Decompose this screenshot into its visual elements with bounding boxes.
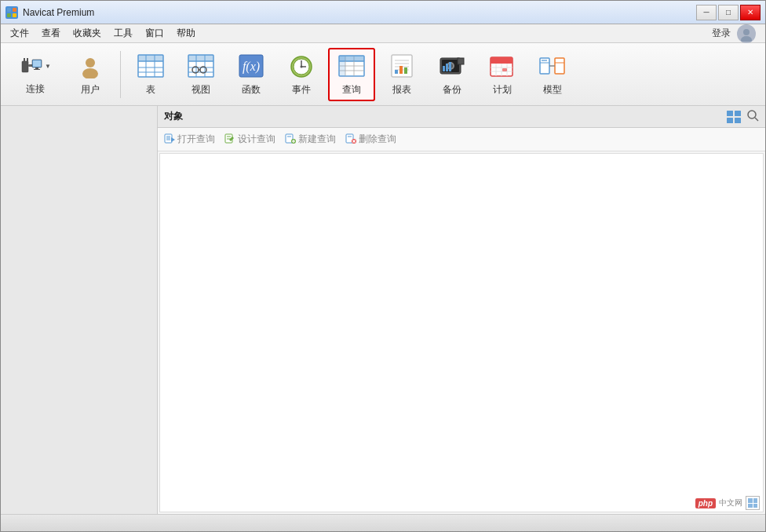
view-button[interactable]: 视图 <box>177 48 224 101</box>
window-title: Navicat Premium <box>23 7 696 18</box>
backup-label: 备份 <box>443 83 461 97</box>
table-label: 表 <box>146 83 155 97</box>
query-icon <box>337 53 366 80</box>
report-icon <box>388 52 416 80</box>
app-icon <box>5 6 18 19</box>
backup-button[interactable]: 备份 <box>429 48 476 101</box>
menu-tools[interactable]: 工具 <box>108 25 139 42</box>
close-button[interactable]: ✕ <box>740 5 761 20</box>
object-bar-icon[interactable] <box>726 110 742 124</box>
report-button[interactable]: 报表 <box>378 48 425 101</box>
function-button[interactable]: f(x) 函数 <box>228 48 275 101</box>
model-icon <box>538 52 567 80</box>
connect-label: 连接 <box>26 82 45 96</box>
svg-rect-62 <box>446 64 448 71</box>
menu-window[interactable]: 窗口 <box>139 25 170 42</box>
design-query-label: 设计查询 <box>238 133 275 146</box>
svg-rect-77 <box>555 58 564 74</box>
status-bar <box>1 514 765 531</box>
svg-rect-53 <box>395 70 398 74</box>
table-button[interactable]: 表 <box>127 48 174 101</box>
svg-point-4 <box>743 29 750 35</box>
login-area[interactable]: 登录 <box>712 24 762 43</box>
design-query-icon <box>224 133 235 146</box>
svg-rect-11 <box>33 60 41 67</box>
svg-rect-22 <box>138 55 163 61</box>
open-query-button[interactable]: 打开查询 <box>164 133 215 146</box>
svg-line-86 <box>755 118 758 121</box>
open-query-label: 打开查询 <box>177 133 215 146</box>
new-query-label: 新建查询 <box>298 133 336 146</box>
schedule-button[interactable]: 计划 <box>479 48 526 101</box>
view-icon <box>187 52 215 80</box>
grid-icon <box>746 496 760 510</box>
maximize-button[interactable]: □ <box>718 5 739 20</box>
minimize-button[interactable]: ─ <box>696 5 717 20</box>
svg-rect-54 <box>399 66 403 74</box>
query-button[interactable]: 查询 <box>328 48 375 101</box>
model-button[interactable]: 模型 <box>529 48 576 101</box>
toolbar: ▼ 连接 用户 <box>1 43 765 106</box>
design-query-button[interactable]: 设计查询 <box>224 133 275 146</box>
avatar <box>737 24 756 43</box>
delete-query-label: 删除查询 <box>359 133 396 146</box>
svg-rect-29 <box>188 55 213 61</box>
query-label: 查询 <box>342 83 361 97</box>
svg-rect-7 <box>24 58 25 62</box>
function-icon: f(x) <box>237 52 265 80</box>
svg-rect-81 <box>727 111 733 116</box>
user-button[interactable]: 用户 <box>67 48 114 101</box>
schedule-icon <box>488 52 516 80</box>
window-controls: ─ □ ✕ <box>696 5 761 20</box>
login-text[interactable]: 登录 <box>712 27 731 40</box>
left-panel <box>1 106 158 514</box>
toolbar-sep-1 <box>120 51 121 98</box>
svg-rect-0 <box>7 8 11 12</box>
object-bar: 对象 <box>158 106 765 128</box>
connect-button[interactable]: ▼ 连接 <box>7 48 64 101</box>
action-bar: 打开查询 设计查询 <box>158 128 765 151</box>
open-query-icon <box>164 133 175 146</box>
event-label: 事件 <box>292 83 311 97</box>
svg-point-15 <box>82 68 98 78</box>
schedule-label: 计划 <box>493 83 512 97</box>
svg-rect-1 <box>13 8 16 12</box>
svg-rect-74 <box>502 68 507 71</box>
main-window: Navicat Premium ─ □ ✕ 文件 查看 收藏夹 工具 窗口 帮助… <box>0 0 766 532</box>
delete-query-button[interactable]: 删除查询 <box>345 133 396 146</box>
delete-query-icon <box>345 133 356 146</box>
event-icon <box>287 52 316 80</box>
menu-view[interactable]: 查看 <box>35 25 67 42</box>
php-site-text: 中文网 <box>719 497 742 508</box>
php-badge: php <box>695 498 716 508</box>
svg-rect-8 <box>27 58 28 62</box>
menu-favorites[interactable]: 收藏夹 <box>67 25 108 42</box>
svg-marker-91 <box>171 137 175 142</box>
table-icon <box>137 52 165 80</box>
connect-icon-group: ▼ <box>20 53 51 79</box>
svg-rect-6 <box>22 61 28 72</box>
svg-rect-83 <box>727 118 733 123</box>
new-query-icon <box>285 133 296 146</box>
svg-point-85 <box>748 111 756 118</box>
svg-rect-60 <box>458 58 464 64</box>
svg-rect-84 <box>735 118 741 123</box>
svg-rect-12 <box>35 67 38 69</box>
svg-point-5 <box>741 36 752 42</box>
menu-file[interactable]: 文件 <box>4 25 35 42</box>
object-label: 对象 <box>164 110 183 123</box>
new-query-button[interactable]: 新建查询 <box>285 133 336 146</box>
svg-rect-55 <box>404 67 407 74</box>
report-label: 报表 <box>392 83 411 97</box>
svg-rect-47 <box>339 56 345 76</box>
svg-rect-3 <box>13 13 16 17</box>
svg-text:f(x): f(x) <box>243 60 260 74</box>
search-icon[interactable] <box>746 109 759 124</box>
model-label: 模型 <box>543 83 562 97</box>
menu-help[interactable]: 帮助 <box>170 25 202 42</box>
event-button[interactable]: 事件 <box>278 48 325 101</box>
connect-icon <box>20 53 43 79</box>
svg-rect-2 <box>7 13 11 17</box>
menu-bar: 文件 查看 收藏夹 工具 窗口 帮助 登录 <box>1 24 765 43</box>
svg-point-14 <box>86 58 95 67</box>
